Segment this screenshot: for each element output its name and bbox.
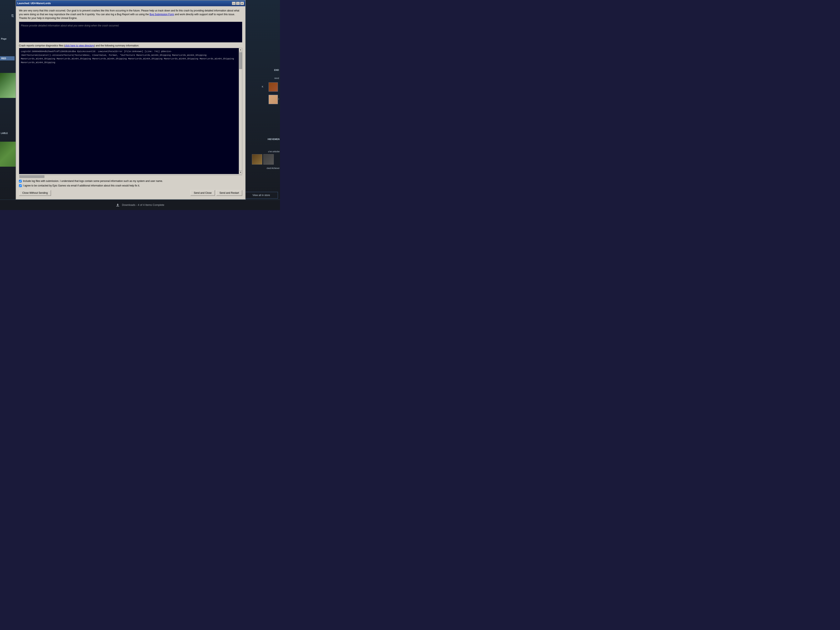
hscrollbar-thumb[interactable]	[19, 175, 44, 178]
download-icon	[115, 203, 120, 207]
crash-info-label: Crash reports comprise diagnostics files…	[19, 44, 242, 47]
right-k-label: K	[262, 85, 263, 88]
dialog-window-controls: — □ ✕	[232, 2, 244, 5]
view-all-store-button[interactable]: View all in store	[245, 192, 278, 199]
maximize-button[interactable]: □	[236, 2, 240, 5]
crash-info-area: Crash reports comprise diagnostics files…	[19, 44, 242, 178]
include-logs-label: Include log files with submission. I und…	[23, 180, 163, 183]
sidebar-lable-label: LABLE	[0, 131, 14, 135]
game-thumbnail-2	[0, 142, 16, 167]
send-and-restart-button[interactable]: Send and Restart	[216, 190, 242, 196]
steam-sidebar	[0, 0, 17, 210]
game-thumbnail-1	[0, 73, 16, 98]
crash-log-box: LoginId:38999d894db25aa5fc0f12863b1dcdba…	[19, 48, 242, 174]
horizontal-scrollbar[interactable]	[19, 175, 242, 178]
include-logs-checkbox[interactable]	[19, 180, 22, 183]
sidebar-st-label: ST	[0, 13, 14, 19]
dialog-title: Launched: UE4-ManorLords	[17, 2, 51, 5]
agree-contact-label: I agree to be contacted by Epic Games vi…	[23, 184, 140, 187]
svg-rect-0	[116, 206, 119, 207]
friend-avatar-1	[268, 82, 278, 92]
achievement-img-2	[263, 154, 274, 164]
dialog-body: We are very sorry that this crash occurr…	[16, 6, 245, 199]
right-unlocked-label: u've unlocke	[268, 150, 280, 153]
user-description-input[interactable]: Please provide detailed information abou…	[19, 22, 242, 43]
scrollbar-up-button[interactable]: ▲	[239, 48, 242, 52]
user-input-placeholder: Please provide detailed information abou…	[21, 24, 119, 27]
sidebar-page-label: Page	[1, 38, 6, 40]
download-status-text: Downloads - 4 of 4 Items Complete	[122, 203, 164, 207]
dialog-bottom-buttons: Close Without Sending Send and Close Sen…	[19, 189, 242, 197]
steam-right-sidebar	[245, 0, 280, 210]
scrollbar-down-button[interactable]: ▼	[239, 171, 242, 174]
minimize-button[interactable]: —	[232, 2, 235, 5]
right-hievement-label: HIEVEMEN	[267, 137, 280, 141]
close-without-sending-button[interactable]: Close Without Sending	[19, 190, 51, 196]
scrollbar-thumb[interactable]	[239, 52, 242, 69]
right-cked-label: cked Achiever	[266, 167, 280, 170]
checkbox-row-2: I agree to be contacted by Epic Games vi…	[19, 184, 242, 187]
bottom-bar: Downloads - 4 of 4 Items Complete	[0, 200, 280, 210]
store-area: View all in store	[245, 192, 278, 199]
checkbox-row-1: Include log files with submission. I und…	[19, 180, 242, 183]
close-button[interactable]: ✕	[240, 2, 244, 5]
bug-submission-link[interactable]: Bug Submission Form	[150, 13, 174, 16]
crash-scrollbar[interactable]: ▲ ▼	[239, 48, 242, 174]
send-and-close-button[interactable]: Send and Close	[190, 190, 215, 196]
crash-log-content: LoginId:38999d894db25aa5fc0f12863b1dcdba…	[19, 48, 239, 174]
crash-reporter-dialog: Launched: UE4-ManorLords — □ ✕ We are ve…	[16, 0, 246, 200]
intro-text: We are very sorry that this crash occurr…	[19, 9, 242, 20]
achievement-img-1	[252, 154, 262, 164]
agree-contact-checkbox[interactable]	[19, 185, 22, 187]
dialog-titlebar: Launched: UE4-ManorLords — □ ✕	[16, 0, 245, 6]
right-friend-label: riend	[275, 77, 279, 79]
view-directory-link[interactable]: click here to view directory	[65, 44, 94, 47]
right-action-buttons: Send and Close Send and Restart	[190, 190, 242, 196]
right-end-label: END	[274, 69, 279, 71]
friend-avatar-2	[268, 95, 278, 104]
sidebar-red-label: RED	[0, 56, 14, 60]
